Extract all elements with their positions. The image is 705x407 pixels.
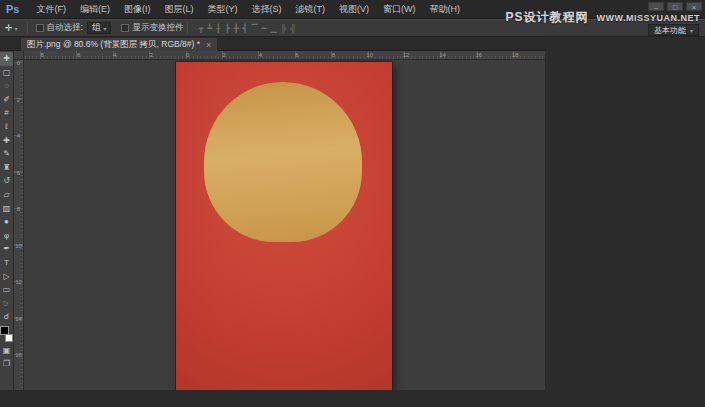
auto-select-value: 组 bbox=[92, 22, 101, 34]
screen-mode-button[interactable]: ❐ bbox=[0, 357, 13, 371]
align-icon[interactable]: ▁ bbox=[270, 24, 276, 33]
ruler-label: 4 bbox=[97, 51, 133, 59]
gradient-tool[interactable]: ▨ bbox=[0, 202, 13, 216]
align-icon[interactable]: ╠ bbox=[281, 24, 287, 33]
pen-tool[interactable]: ✒ bbox=[0, 242, 13, 256]
clone-stamp-tool[interactable]: ♜ bbox=[0, 161, 13, 175]
ruler-label: 6 bbox=[14, 170, 23, 207]
lasso-tool[interactable]: ◌ bbox=[0, 79, 13, 93]
ruler-label: 14 bbox=[424, 51, 460, 59]
divider bbox=[27, 22, 28, 34]
align-icon[interactable]: ╣ bbox=[290, 24, 296, 33]
menu-item[interactable]: 编辑(E) bbox=[73, 3, 117, 16]
quick-mask-button[interactable]: ▣ bbox=[0, 344, 13, 358]
healing-brush-tool[interactable]: ✚ bbox=[0, 134, 13, 148]
ruler-label: 2 bbox=[206, 51, 242, 59]
move-tool[interactable]: ✛ bbox=[0, 52, 13, 66]
menu-item[interactable]: 选择(S) bbox=[244, 3, 288, 16]
align-buttons: ┳┻╂┣╋┫▔━▁╠╣ bbox=[198, 24, 295, 33]
close-button[interactable]: × bbox=[686, 2, 702, 11]
menu-item[interactable]: 帮助(H) bbox=[422, 3, 467, 16]
ruler-label: 4 bbox=[14, 133, 23, 170]
align-icon[interactable]: ╂ bbox=[216, 24, 221, 33]
photo-canvas[interactable] bbox=[176, 62, 392, 390]
document-viewport[interactable] bbox=[24, 60, 545, 390]
ruler-label: 0 bbox=[170, 51, 206, 59]
document-tab-bar: 图片.png @ 80.6% (背景图层 拷贝, RGB/8#) * × bbox=[0, 37, 545, 51]
tool-preset-picker[interactable]: ✛ ▾ bbox=[0, 23, 23, 33]
path-select-tool[interactable]: ▷ bbox=[0, 270, 13, 284]
shape-tool[interactable]: ▭ bbox=[0, 283, 13, 297]
tool-options-bar: ✛ ▾ 自动选择: 组 ▾ 显示变换控件 ┳┻╂┣╋┫▔━▁╠╣ bbox=[0, 19, 705, 37]
tools-panel: ✛ ▢ ◌ ✐ # ℓ ✚ ✎ ♜ ↺ ▱ ▨ ● φ ✒ T ▷ ▭ ☞ ☌ … bbox=[0, 51, 14, 390]
maximize-button[interactable]: □ bbox=[667, 2, 683, 11]
auto-select-label: 自动选择: bbox=[47, 22, 83, 34]
document-title: 图片.png @ 80.6% (背景图层 拷贝, RGB/8#) * bbox=[27, 39, 200, 51]
move-tool-icon: ✛ bbox=[5, 23, 13, 33]
workspace-switcher[interactable]: 基本功能 ▾ bbox=[648, 24, 699, 36]
align-icon[interactable]: ┣ bbox=[225, 24, 230, 33]
menu-bar: 文件(F)编辑(E)图像(I)图层(L)类型(Y)选择(S)滤镜(T)视图(V)… bbox=[29, 3, 467, 16]
ruler-label: 0 bbox=[14, 60, 23, 97]
eraser-tool[interactable]: ▱ bbox=[0, 188, 13, 202]
close-tab-icon[interactable]: × bbox=[206, 40, 211, 50]
zoom-tool[interactable]: ☌ bbox=[0, 310, 13, 324]
crop-tool[interactable]: # bbox=[0, 106, 13, 120]
chevron-down-icon: ▾ bbox=[15, 25, 18, 32]
ruler-label: 2 bbox=[133, 51, 169, 59]
eyedropper-tool[interactable]: ℓ bbox=[0, 120, 13, 134]
menu-item[interactable]: 视图(V) bbox=[332, 3, 376, 16]
ruler-label: 16 bbox=[461, 51, 497, 59]
vertical-ruler: 0246810121416 bbox=[14, 60, 24, 390]
ruler-label: 18 bbox=[497, 51, 533, 59]
menu-item[interactable]: 图像(I) bbox=[117, 3, 158, 16]
align-icon[interactable]: ▔ bbox=[251, 24, 257, 33]
divider bbox=[187, 22, 188, 34]
quick-select-tool[interactable]: ✐ bbox=[0, 93, 13, 107]
menu-item[interactable]: 类型(Y) bbox=[200, 3, 244, 16]
ruler-label: 4 bbox=[242, 51, 278, 59]
ruler-label: 14 bbox=[14, 316, 23, 353]
brush-tool[interactable]: ✎ bbox=[0, 147, 13, 161]
menu-item[interactable]: 文件(F) bbox=[29, 3, 73, 16]
workspace-label: 基本功能 bbox=[654, 25, 686, 36]
show-transform-checkbox[interactable] bbox=[121, 24, 129, 32]
portrait-hair bbox=[204, 82, 362, 242]
foreground-color-swatch[interactable] bbox=[0, 326, 9, 335]
menu-item[interactable]: 滤镜(T) bbox=[288, 3, 332, 16]
ruler-label: 12 bbox=[388, 51, 424, 59]
align-icon[interactable]: ┻ bbox=[207, 24, 212, 33]
auto-select-dropdown[interactable]: 组 ▾ bbox=[87, 22, 112, 34]
auto-select-checkbox[interactable] bbox=[36, 24, 44, 32]
ruler-label: 8 bbox=[24, 51, 60, 59]
type-tool[interactable]: T bbox=[0, 256, 13, 270]
background-color-swatch[interactable] bbox=[5, 334, 13, 342]
align-icon[interactable]: ━ bbox=[262, 24, 267, 33]
minimize-button[interactable]: – bbox=[648, 2, 664, 11]
align-icon[interactable]: ┫ bbox=[243, 24, 248, 33]
ruler-label: 2 bbox=[14, 97, 23, 134]
ruler-label: 16 bbox=[14, 352, 23, 389]
ruler-label: 8 bbox=[14, 206, 23, 243]
ruler-label: 6 bbox=[279, 51, 315, 59]
align-icon[interactable]: ┳ bbox=[198, 24, 203, 33]
align-icon[interactable]: ╋ bbox=[234, 24, 239, 33]
window-controls: – □ × bbox=[648, 2, 702, 11]
menu-item[interactable]: 图层(L) bbox=[157, 3, 200, 16]
show-transform-label: 显示变换控件 bbox=[132, 22, 183, 34]
chevron-down-icon: ▾ bbox=[103, 25, 106, 32]
title-bar: Ps 文件(F)编辑(E)图像(I)图层(L)类型(Y)选择(S)滤镜(T)视图… bbox=[0, 0, 705, 19]
ruler-label: 6 bbox=[60, 51, 96, 59]
menu-item[interactable]: 窗口(W) bbox=[376, 3, 423, 16]
marquee-tool[interactable]: ▢ bbox=[0, 66, 13, 80]
history-brush-tool[interactable]: ↺ bbox=[0, 174, 13, 188]
dodge-tool[interactable]: φ bbox=[0, 229, 13, 243]
chevron-down-icon: ▾ bbox=[690, 27, 693, 34]
color-swatches[interactable] bbox=[0, 326, 13, 342]
blur-tool[interactable]: ● bbox=[0, 215, 13, 229]
ruler-label: 10 bbox=[352, 51, 388, 59]
photoshop-window: Ps 文件(F)编辑(E)图像(I)图层(L)类型(Y)选择(S)滤镜(T)视图… bbox=[0, 0, 705, 407]
hand-tool[interactable]: ☞ bbox=[0, 297, 13, 311]
document-tab[interactable]: 图片.png @ 80.6% (背景图层 拷贝, RGB/8#) * × bbox=[20, 37, 218, 51]
ruler-label: 12 bbox=[14, 279, 23, 316]
